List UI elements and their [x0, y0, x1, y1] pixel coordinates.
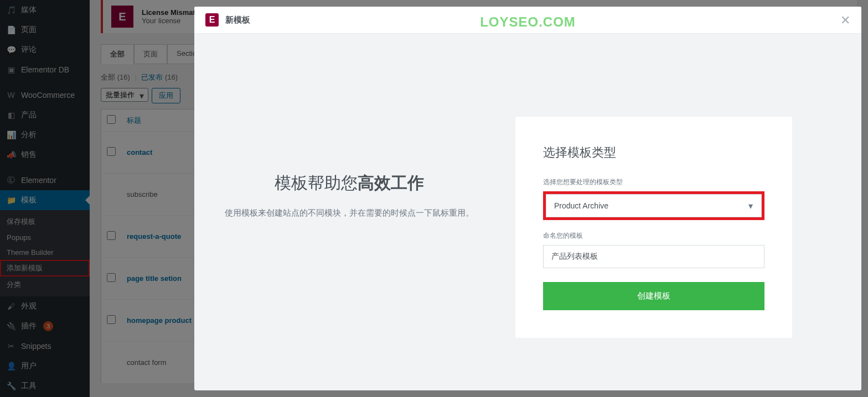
modal-heading-bold: 高效工作 [358, 174, 424, 192]
modal-heading: 模板帮助您高效工作 [216, 172, 482, 195]
modal-title: 新模板 [225, 15, 250, 25]
modal-heading-prefix: 模板帮助您 [275, 174, 358, 192]
type-field-label: 选择您想要处理的模板类型 [543, 177, 764, 187]
form-heading: 选择模板类型 [543, 144, 764, 161]
template-type-highlight: Product Archive [543, 191, 764, 220]
new-template-modal: E 新模板 LOYSEO.COM ✕ 模板帮助您高效工作 使用模板来创建站点的不… [194, 7, 861, 390]
template-type-select[interactable]: Product Archive [546, 194, 762, 217]
template-name-input[interactable] [543, 245, 764, 268]
modal-form-panel: 选择模板类型 选择您想要处理的模板类型 Product Archive 命名您的… [515, 117, 792, 338]
modal-close-button[interactable]: ✕ [840, 13, 850, 28]
modal-description: 使用模板来创建站点的不同模块，并在需要的时候点一下鼠标重用。 [216, 206, 482, 220]
name-field-label: 命名您的模板 [543, 231, 764, 241]
watermark-text: LOYSEO.COM [480, 14, 576, 30]
create-template-button[interactable]: 创建模板 [543, 282, 764, 310]
modal-left-panel: 模板帮助您高效工作 使用模板来创建站点的不同模块，并在需要的时候点一下鼠标重用。 [216, 61, 482, 220]
modal-body: 模板帮助您高效工作 使用模板来创建站点的不同模块，并在需要的时候点一下鼠标重用。… [194, 34, 861, 390]
elementor-logo-icon: E [205, 13, 219, 27]
modal-header: E 新模板 LOYSEO.COM ✕ [194, 7, 861, 34]
